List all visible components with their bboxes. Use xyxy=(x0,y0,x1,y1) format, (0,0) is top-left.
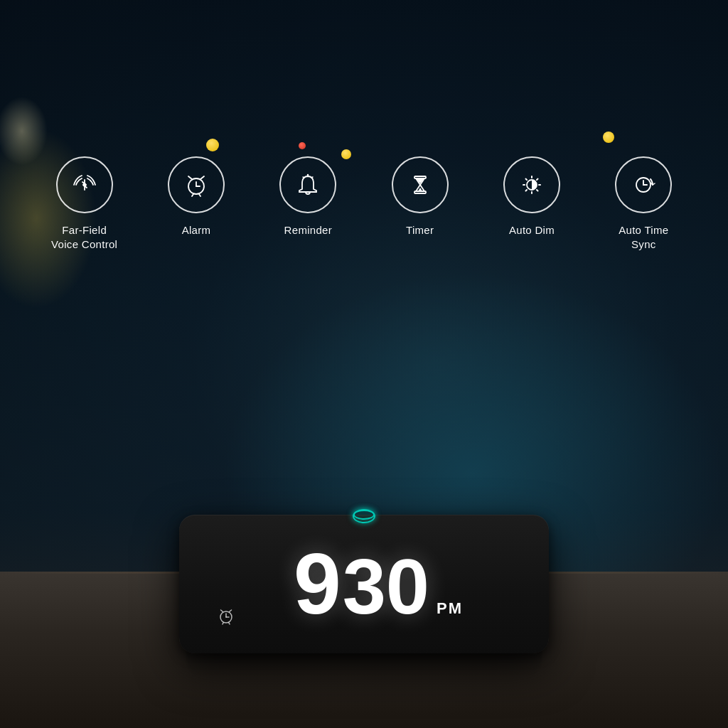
reminder-icon-circle xyxy=(279,156,336,213)
period-indicator: PM xyxy=(437,599,463,618)
bell-icon xyxy=(294,171,322,199)
svg-line-13 xyxy=(525,179,527,181)
time-separator: 30 xyxy=(343,547,429,626)
hourglass-icon xyxy=(406,171,434,199)
auto-time-sync-icon-circle xyxy=(615,156,672,213)
feature-reminder: Reminder xyxy=(267,156,350,237)
auto-dim-icon-circle xyxy=(503,156,560,213)
feature-auto-time-sync: Auto TimeSync xyxy=(602,156,685,252)
feature-timer: Timer xyxy=(378,156,461,237)
decoration-ball-1 xyxy=(206,139,219,151)
hour-digit: 9 xyxy=(294,541,340,626)
decoration-ball-3 xyxy=(299,142,306,149)
feature-auto-dim: Auto Dim xyxy=(490,156,573,237)
clock-sync-icon xyxy=(629,171,658,199)
alarm-clock-icon xyxy=(182,171,210,199)
svg-line-14 xyxy=(537,190,538,191)
reminder-label: Reminder xyxy=(284,223,332,237)
far-field-voice-icon-circle xyxy=(56,156,113,213)
brightness-icon xyxy=(518,171,546,199)
time-display: 9 30 PM xyxy=(236,541,520,628)
svg-rect-7 xyxy=(414,191,426,193)
svg-line-15 xyxy=(537,179,538,181)
decoration-ball-4 xyxy=(603,132,614,143)
features-row: Far-FieldVoice Control Alarm xyxy=(0,156,728,252)
clock-face: 9 30 PM xyxy=(179,515,549,653)
feature-far-field-voice: Far-FieldVoice Control xyxy=(43,156,126,252)
far-field-voice-label: Far-FieldVoice Control xyxy=(51,223,117,252)
auto-dim-label: Auto Dim xyxy=(509,223,555,237)
wifi-signal-icon xyxy=(70,171,99,199)
feature-alarm: Alarm xyxy=(154,156,237,237)
alarm-label: Alarm xyxy=(182,223,211,237)
timer-label: Timer xyxy=(406,223,434,237)
svg-line-16 xyxy=(525,190,527,191)
svg-rect-6 xyxy=(414,176,426,178)
timer-icon-circle xyxy=(392,156,449,213)
auto-time-sync-label: Auto TimeSync xyxy=(619,223,668,252)
alarm-status-icon xyxy=(216,606,236,628)
clock-device: 9 30 PM xyxy=(179,515,549,653)
alarm-icon-circle xyxy=(168,156,225,213)
